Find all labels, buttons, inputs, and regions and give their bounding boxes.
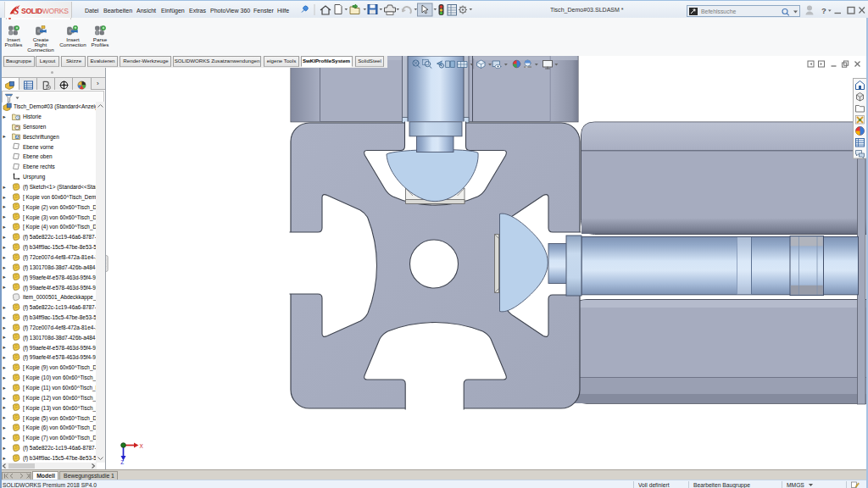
svg-text:SOLIDWORKS: SOLIDWORKS: [21, 7, 69, 15]
svg-text:A: A: [16, 136, 19, 140]
svg-text:S: S: [14, 6, 19, 16]
svg-text:Z: Z: [120, 459, 124, 465]
svg-text:X: X: [140, 443, 144, 449]
svg-text:?: ?: [821, 6, 826, 15]
